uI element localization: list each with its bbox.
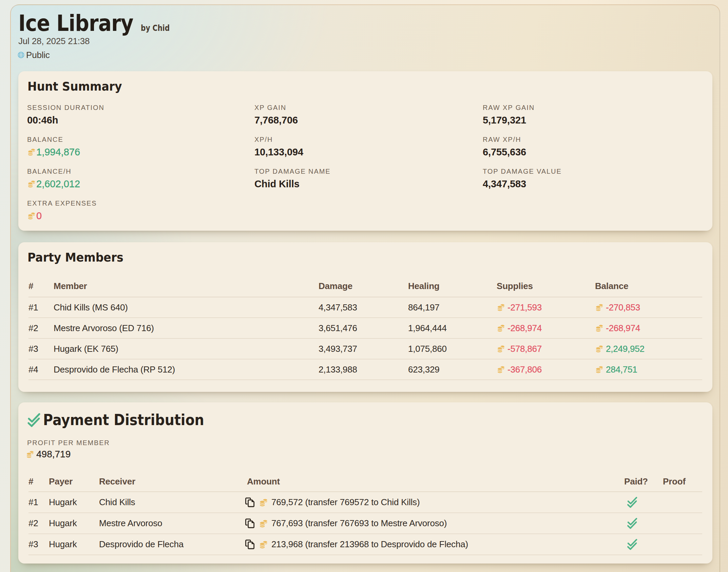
stat-value: 1,994,876 bbox=[36, 146, 80, 158]
stat-value: Chid Kills bbox=[254, 178, 300, 190]
copy-amount-button[interactable] bbox=[245, 518, 255, 529]
coins-icon bbox=[595, 345, 604, 353]
copy-icon bbox=[245, 539, 255, 550]
stat-value: 6,755,636 bbox=[483, 146, 526, 158]
col-header-amount: Amount bbox=[247, 476, 624, 487]
supplies-value: -268,974 bbox=[507, 323, 542, 333]
member-supplies: -578,867 bbox=[497, 344, 595, 354]
stats-column-1: SESSION DURATION 00:46h BALANCE 1,994,87… bbox=[27, 102, 254, 230]
visibility-label: Public bbox=[26, 50, 50, 60]
payment-heading-row: Payment Distribution bbox=[27, 412, 226, 428]
member-balance: 2,249,952 bbox=[595, 344, 702, 354]
double-check-icon bbox=[627, 497, 638, 508]
stat-value-row: Chid Kills bbox=[254, 178, 483, 190]
party-member-row: #1 Chid Kills (MS 640) 4,347,583 864,197… bbox=[28, 297, 702, 318]
member-name: Mestre Arvoroso (ED 716) bbox=[54, 323, 319, 333]
stats-column-3: RAW XP GAIN 5,179,321 RAW XP/H 6,755,636 bbox=[483, 102, 702, 230]
stat-value-row: 0 bbox=[27, 210, 254, 222]
payment-rank: #1 bbox=[28, 497, 49, 508]
stat-block: BALANCE/H 2,602,012 bbox=[27, 166, 254, 198]
stat-label: XP/H bbox=[254, 134, 483, 144]
supplies-value: -271,593 bbox=[507, 302, 542, 313]
coins-icon bbox=[27, 148, 36, 156]
party-table-header: # Member Damage Healing Supplies Balance bbox=[28, 280, 702, 297]
stat-label: XP GAIN bbox=[254, 102, 483, 112]
payment-amount: 769,572 (transfer 769572 to Chid Kills) bbox=[245, 497, 624, 508]
stats-column-2: XP GAIN 7,768,706 XP/H 10,133,094 bbox=[254, 102, 483, 230]
stat-value: 2,602,012 bbox=[36, 178, 80, 190]
col-header-receiver: Receiver bbox=[99, 476, 247, 487]
member-rank: #1 bbox=[28, 302, 54, 313]
col-header-payer: Payer bbox=[49, 476, 99, 487]
payment-receiver: Desprovido de Flecha bbox=[99, 539, 247, 550]
party-table-body: #1 Chid Kills (MS 640) 4,347,583 864,197… bbox=[28, 297, 702, 380]
amount-text: 767,693 (transfer 767693 to Mestre Arvor… bbox=[271, 518, 447, 529]
coins-icon bbox=[595, 324, 604, 332]
col-header-damage: Damage bbox=[319, 281, 408, 291]
payment-paid-status bbox=[624, 497, 663, 508]
party-member-row: #3 Hugark (EK 765) 3,493,737 1,075,860 -… bbox=[28, 339, 702, 359]
member-balance: -270,853 bbox=[595, 302, 702, 313]
payment-payer: Hugark bbox=[49, 539, 99, 550]
payment-paid-status bbox=[624, 518, 663, 529]
stat-label: TOP DAMAGE NAME bbox=[254, 166, 483, 175]
coins-icon bbox=[258, 519, 269, 528]
payment-row: #1 Hugark Chid Kills 769,572 (transfer 7… bbox=[28, 492, 702, 513]
coins-icon bbox=[497, 324, 505, 332]
payment-amount: 767,693 (transfer 767693 to Mestre Arvor… bbox=[245, 518, 624, 529]
payment-distribution-heading: Payment Distribution bbox=[43, 412, 204, 428]
copy-amount-button[interactable] bbox=[245, 497, 255, 508]
col-header-rank: # bbox=[28, 476, 49, 487]
stat-label: BALANCE bbox=[27, 134, 254, 144]
supplies-value: -578,867 bbox=[507, 344, 542, 354]
member-supplies: -268,974 bbox=[497, 323, 595, 333]
hunt-summary-heading: Hunt Summary bbox=[27, 78, 122, 95]
stat-value: 4,347,583 bbox=[483, 178, 526, 190]
stat-value: 0 bbox=[36, 210, 42, 222]
coins-icon bbox=[497, 303, 505, 311]
member-damage: 4,347,583 bbox=[319, 302, 408, 313]
payment-receiver: Mestre Arvoroso bbox=[99, 518, 247, 529]
payment-distribution-card: Payment Distribution PROFIT PER MEMBER 4… bbox=[18, 402, 712, 564]
member-rank: #3 bbox=[28, 344, 54, 354]
col-header-member: Member bbox=[54, 281, 319, 291]
coins-icon bbox=[26, 450, 35, 458]
title-row: Ice Library by Chid bbox=[18, 12, 175, 35]
stat-block: EXTRA EXPENSES 0 bbox=[27, 198, 254, 230]
payment-amount: 213,968 (transfer 213968 to Desprovido d… bbox=[245, 539, 624, 550]
coins-icon bbox=[595, 365, 604, 374]
page-title: Ice Library bbox=[18, 12, 133, 35]
member-healing: 623,329 bbox=[408, 364, 497, 375]
page-byline: by Chid bbox=[141, 24, 170, 32]
coins-icon bbox=[27, 180, 36, 188]
double-check-icon bbox=[627, 518, 638, 529]
coins-icon bbox=[497, 345, 505, 353]
col-header-healing: Healing bbox=[408, 281, 497, 291]
stat-value-row: 5,179,321 bbox=[483, 114, 702, 126]
member-name: Desprovido de Flecha (RP 512) bbox=[54, 364, 319, 375]
hunt-summary-stats: SESSION DURATION 00:46h BALANCE 1,994,87… bbox=[27, 102, 702, 230]
hunt-summary-card: Hunt Summary SESSION DURATION 00:46h BAL… bbox=[18, 71, 712, 231]
member-balance: -268,974 bbox=[595, 323, 702, 333]
stat-value-row: 00:46h bbox=[27, 114, 254, 126]
copy-amount-button[interactable] bbox=[245, 539, 255, 550]
stat-value-row: 2,602,012 bbox=[27, 178, 254, 190]
member-rank: #2 bbox=[28, 323, 54, 333]
payment-payer: Hugark bbox=[49, 518, 99, 529]
member-damage: 3,651,476 bbox=[319, 323, 408, 333]
stat-block: BALANCE 1,994,876 bbox=[27, 134, 254, 166]
stat-value: 7,768,706 bbox=[254, 114, 298, 126]
double-check-icon bbox=[627, 539, 638, 550]
stat-block: RAW XP/H 6,755,636 bbox=[483, 134, 702, 166]
copy-icon bbox=[245, 497, 255, 508]
globe-icon bbox=[17, 51, 25, 59]
col-header-paid: Paid? bbox=[624, 476, 663, 487]
stat-value-row: 1,994,876 bbox=[27, 146, 254, 158]
stat-label: RAW XP/H bbox=[483, 134, 702, 144]
member-healing: 864,197 bbox=[408, 302, 497, 313]
payment-receiver: Chid Kills bbox=[99, 497, 247, 508]
party-members-card: Party Members # Member Damage Healing Su… bbox=[18, 242, 712, 392]
balance-value: -268,974 bbox=[606, 323, 640, 333]
stat-value-row: 4,347,583 bbox=[483, 178, 702, 190]
balance-value: 2,249,952 bbox=[606, 344, 645, 354]
